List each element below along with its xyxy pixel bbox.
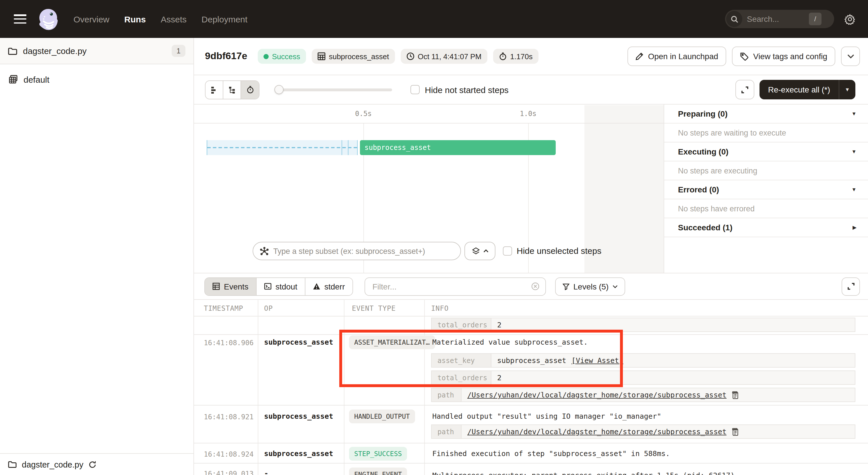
menu-icon[interactable] xyxy=(14,14,26,24)
tab-stderr[interactable]: stderr xyxy=(305,278,352,295)
chevron-down-icon xyxy=(847,54,854,59)
search-shortcut-badge: / xyxy=(809,12,822,25)
table-icon xyxy=(212,283,220,290)
view-waterfall-icon-button[interactable] xyxy=(223,81,241,98)
path-link[interactable]: /Users/yuhan/dev/local/dagster_home/stor… xyxy=(467,391,726,399)
clear-filter-icon[interactable] xyxy=(531,282,539,291)
dagster-logo[interactable] xyxy=(37,7,60,30)
sidebar-footer-code-location: dagster_code.py xyxy=(0,453,193,475)
caret-right-icon: ▶ xyxy=(852,225,857,230)
hide-not-started-label: Hide not started steps xyxy=(425,85,508,94)
kv-row-total-orders: total_orders 2 xyxy=(431,318,856,332)
run-duration: 1.170s xyxy=(493,49,538,64)
run-count-badge: 1 xyxy=(172,45,185,57)
col-op: OP xyxy=(264,304,273,313)
gantt-waiting-bar[interactable] xyxy=(207,140,358,155)
view-tags-config-button[interactable]: View tags and config xyxy=(732,47,835,66)
events-table-header: TIMESTAMP OP EVENT TYPE INFO xyxy=(194,299,868,317)
global-search[interactable]: / xyxy=(725,10,834,28)
step-subset-controls: Hide unselected steps xyxy=(194,242,663,260)
tab-events[interactable]: Events xyxy=(205,278,257,295)
hide-unselected-label: Hide unselected steps xyxy=(517,246,601,256)
sidebar-item-code-location[interactable]: dagster_code.py 1 xyxy=(0,38,193,64)
kv-row-total-orders: total_orders 2 xyxy=(431,370,856,385)
primary-nav: Overview Runs Assets Deployment xyxy=(73,14,247,24)
search-icon xyxy=(726,11,742,27)
sidebar-item-default-group[interactable]: default xyxy=(0,68,193,90)
run-actions-chevron-button[interactable] xyxy=(841,47,860,66)
run-timestamp: Oct 11, 4:41:07 PM xyxy=(400,49,487,64)
tab-stdout[interactable]: stdout xyxy=(257,278,305,295)
panel-body-preparing: No steps are waiting to execute xyxy=(664,123,868,143)
slider-knob[interactable] xyxy=(274,85,284,94)
expand-icon xyxy=(741,86,749,93)
asset-group-icon xyxy=(9,75,18,84)
footer-code-location-name: dagster_code.py xyxy=(22,460,83,469)
folder-icon xyxy=(8,461,17,468)
kv-row-path: path /Users/yuhan/dev/local/dagster_home… xyxy=(431,388,856,402)
gantt-zoom-slider[interactable] xyxy=(276,85,392,94)
event-type-pill-success: STEP_SUCCESS xyxy=(349,447,407,461)
search-input[interactable] xyxy=(747,14,809,24)
copy-icon[interactable] xyxy=(732,427,739,436)
expand-icon xyxy=(847,283,855,290)
panel-section-succeeded[interactable]: Succeeded (1)▶ xyxy=(664,218,868,237)
gantt-toolbar: Hide not started steps Re-execute all (*… xyxy=(194,75,868,105)
view-asset-link[interactable]: [View Asset] xyxy=(571,356,623,365)
nav-deployment[interactable]: Deployment xyxy=(202,14,247,24)
reload-icon[interactable] xyxy=(88,461,96,468)
view-flat-icon-button[interactable] xyxy=(206,81,223,98)
step-subset-inputbox[interactable] xyxy=(253,242,461,260)
gantt-fullscreen-button[interactable] xyxy=(735,80,754,99)
tick-1-0s: 1.0s xyxy=(516,110,541,118)
caret-down-icon: ▼ xyxy=(851,111,857,117)
folder-icon xyxy=(8,47,17,55)
col-timestamp: TIMESTAMP xyxy=(204,304,243,313)
reexecute-dropdown-caret[interactable]: ▼ xyxy=(839,80,856,99)
clock-icon xyxy=(406,52,414,60)
gantt-step-bar[interactable]: subprocess_asset xyxy=(360,140,556,155)
reexecute-all-button[interactable]: Re-execute all (*) ▼ xyxy=(760,80,856,99)
hide-not-started-checkbox[interactable] xyxy=(410,85,420,94)
step-subset-input[interactable] xyxy=(273,247,454,255)
event-type-pill: HANDLED_OUTPUT xyxy=(349,410,415,423)
layers-icon xyxy=(472,247,479,255)
tag-icon xyxy=(740,52,749,61)
top-nav: Overview Runs Assets Deployment / xyxy=(0,0,868,38)
nav-assets[interactable]: Assets xyxy=(161,14,187,24)
step-layers-button[interactable] xyxy=(464,242,495,260)
panel-body-errored: No steps have errored xyxy=(664,199,868,218)
group-name: default xyxy=(24,75,50,84)
nav-runs[interactable]: Runs xyxy=(124,14,146,24)
stopwatch-icon xyxy=(499,52,507,60)
nav-overview[interactable]: Overview xyxy=(73,14,110,24)
pencil-icon xyxy=(636,52,644,60)
funnel-icon xyxy=(563,283,569,290)
panel-section-executing[interactable]: Executing (0)▼ xyxy=(664,143,868,161)
copy-icon[interactable] xyxy=(732,391,739,399)
open-in-launchpad-button[interactable]: Open in Launchpad xyxy=(627,47,726,66)
path-link[interactable]: /Users/yuhan/dev/local/dagster_home/stor… xyxy=(467,427,726,436)
log-filter-input[interactable] xyxy=(373,282,531,291)
success-dot-icon xyxy=(263,54,268,59)
log-view-tabs: Events stdout stderr xyxy=(205,277,353,296)
run-header: 9dbf617e Success subprocess_asset Oct 11… xyxy=(194,38,868,75)
panel-body-executing: No steps are executing xyxy=(664,161,868,180)
panel-section-errored[interactable]: Errored (0)▼ xyxy=(664,180,868,199)
kv-row-asset-key: asset_key subprocess_asset [View Asset] xyxy=(431,353,856,367)
run-detail-main: 9dbf617e Success subprocess_asset Oct 11… xyxy=(194,38,868,475)
hide-unselected-checkbox[interactable] xyxy=(503,246,512,256)
terminal-icon xyxy=(264,283,272,290)
caret-down-icon: ▼ xyxy=(851,187,857,192)
events-fullscreen-button[interactable] xyxy=(842,277,860,296)
log-filter-box[interactable] xyxy=(365,277,546,296)
view-timed-icon-button[interactable] xyxy=(241,81,259,98)
warning-triangle-icon xyxy=(313,283,320,290)
panel-section-preparing[interactable]: Preparing (0)▼ xyxy=(664,105,868,123)
chevron-down-icon xyxy=(613,285,618,288)
asset-tag[interactable]: subprocess_asset xyxy=(312,49,395,64)
levels-filter-button[interactable]: Levels (5) xyxy=(555,277,625,296)
run-id: 9dbf617e xyxy=(205,51,247,62)
settings-gear-icon[interactable] xyxy=(844,13,856,24)
col-event-type: EVENT TYPE xyxy=(352,304,396,313)
